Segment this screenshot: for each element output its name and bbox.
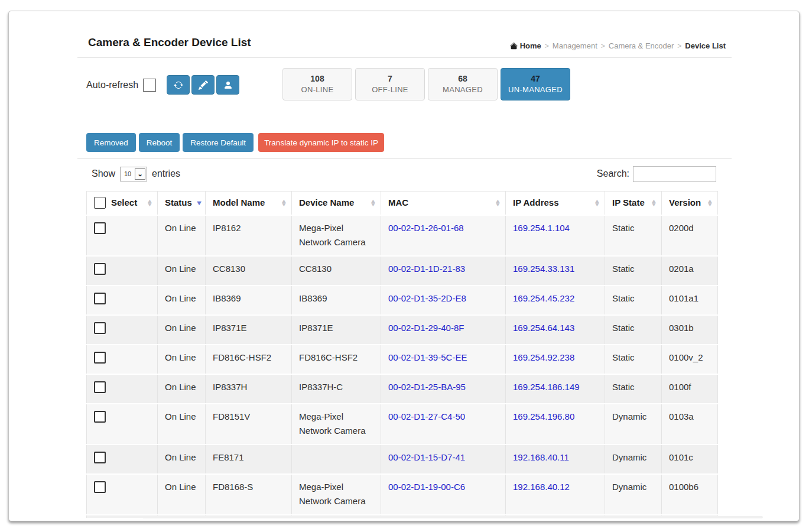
status-card-online[interactable]: 108 ON-LINE — [282, 68, 352, 100]
column-header-select[interactable]: Select▲▼ — [87, 192, 158, 216]
unmanaged-label: UN-MANAGED — [508, 85, 563, 95]
ip-state-cell: Static — [605, 374, 662, 404]
removed-button[interactable]: Removed — [86, 133, 136, 152]
mac-link[interactable]: 00-02-D1-1D-21-83 — [388, 264, 465, 274]
ip-address-link[interactable]: 192.168.40.12 — [513, 482, 570, 492]
column-header-mac[interactable]: MAC▲▼ — [381, 192, 506, 216]
version-cell: 0100v_2 — [662, 345, 718, 374]
status-cell: On Line — [158, 474, 206, 515]
model-name-cell: FD8168-S — [206, 474, 292, 515]
column-header-version[interactable]: Version▲▼ — [662, 192, 718, 216]
search-input[interactable] — [633, 166, 716, 182]
table-row: On Line IP8337H IP8337H-C 00-02-D1-25-BA… — [87, 374, 718, 404]
table-row: On Line IB8369 IB8369 00-02-D1-35-2D-E8 … — [87, 286, 718, 315]
ip-state-cell: Dynamic — [605, 474, 662, 515]
column-header-device-name[interactable]: Device Name▲▼ — [292, 192, 381, 216]
ip-address-link[interactable]: 169.254.33.131 — [513, 264, 574, 274]
breadcrumb-camera-encoder[interactable]: Camera & Encoder — [609, 41, 674, 50]
mac-link[interactable]: 00-02-D1-25-BA-95 — [388, 382, 466, 392]
ip-address-link[interactable]: 169.254.186.149 — [513, 382, 580, 392]
sort-desc-icon: ▼ — [191, 199, 203, 206]
mac-link[interactable]: 00-02-D1-26-01-68 — [388, 223, 464, 233]
device-name-cell — [292, 445, 381, 474]
reboot-button[interactable]: Reboot — [139, 133, 180, 152]
sort-both-icon: ▲▼ — [492, 199, 501, 206]
table-row: On Line FE8171 00-02-D1-15-D7-41 192.168… — [87, 445, 718, 474]
status-cell: On Line — [158, 315, 206, 345]
ip-address-link[interactable]: 169.254.1.104 — [513, 223, 570, 233]
breadcrumb-separator: > — [677, 42, 681, 50]
column-label: MAC — [388, 196, 408, 209]
mac-link[interactable]: 00-02-D1-27-C4-50 — [388, 411, 465, 421]
online-count: 108 — [310, 73, 324, 85]
status-cell: On Line — [158, 404, 206, 445]
restore-default-button[interactable]: Restore Default — [183, 133, 254, 152]
offline-label: OFF-LINE — [372, 85, 408, 95]
version-cell: 0101a1 — [662, 286, 718, 315]
mac-link[interactable]: 00-02-D1-15-D7-41 — [388, 452, 465, 462]
toolbar: Auto-refresh — [86, 69, 239, 101]
breadcrumb-separator: > — [601, 42, 605, 50]
status-cell: On Line — [158, 445, 206, 474]
row-checkbox[interactable] — [94, 481, 106, 493]
row-checkbox[interactable] — [94, 222, 106, 234]
refresh-icon — [174, 80, 183, 90]
column-label: Status — [165, 196, 192, 209]
ip-address-link[interactable]: 192.168.40.11 — [513, 452, 569, 462]
breadcrumb-home[interactable]: Home — [510, 41, 541, 50]
table-row: On Line FD816C-HSF2 FD816C-HSF2 00-02-D1… — [87, 345, 718, 374]
home-icon — [510, 42, 518, 50]
edit-button[interactable] — [191, 75, 215, 95]
auto-refresh-label: Auto-refresh — [86, 80, 138, 90]
status-card-offline[interactable]: 7 OFF-LINE — [355, 68, 425, 100]
version-cell: 0301b — [662, 315, 718, 345]
row-checkbox[interactable] — [94, 293, 106, 304]
row-checkbox[interactable] — [94, 352, 106, 364]
column-label: IP Address — [513, 196, 559, 209]
model-name-cell: FD8151V — [206, 404, 292, 445]
select-all-checkbox[interactable] — [94, 197, 106, 209]
mac-link[interactable]: 00-02-D1-19-00-C6 — [388, 482, 465, 492]
column-label: Version — [669, 196, 701, 209]
mac-link[interactable]: 00-02-D1-35-2D-E8 — [388, 293, 466, 303]
row-checkbox[interactable] — [94, 452, 106, 463]
column-label: IP State — [612, 196, 645, 209]
column-header-ip-address[interactable]: IP Address▲▼ — [506, 192, 605, 216]
status-card-unmanaged[interactable]: 47 UN-MANAGED — [501, 68, 570, 100]
column-header-status[interactable]: Status▼ — [158, 192, 206, 216]
mac-link[interactable]: 00-02-D1-29-40-8F — [388, 323, 464, 333]
row-checkbox[interactable] — [94, 381, 106, 393]
refresh-button[interactable] — [167, 75, 190, 95]
breadcrumb-management[interactable]: Management — [553, 41, 597, 50]
version-cell: 0103a — [662, 404, 718, 445]
ip-state-cell: Static — [605, 315, 662, 345]
status-card-managed[interactable]: 68 MANAGED — [428, 68, 498, 100]
row-checkbox[interactable] — [94, 263, 106, 275]
column-label: Select — [111, 196, 137, 209]
device-name-cell: Mega-Pixel Network Camera — [292, 215, 381, 256]
chevron-down-icon: ⌄ — [135, 168, 145, 180]
action-button-row: Removed Reboot Restore Default Translate… — [86, 133, 387, 152]
device-name-cell: Mega-Pixel Network Camera — [292, 474, 381, 515]
ip-address-link[interactable]: 169.254.45.232 — [513, 293, 574, 303]
row-checkbox[interactable] — [94, 322, 106, 334]
model-name-cell: IP8162 — [206, 215, 292, 256]
mac-link[interactable]: 00-02-D1-39-5C-EE — [388, 352, 467, 362]
sort-both-icon: ▲▼ — [367, 199, 376, 206]
ip-state-cell: Static — [605, 286, 662, 315]
page-size-value: 10 — [121, 170, 135, 177]
device-name-cell: FD816C-HSF2 — [292, 345, 381, 374]
ip-address-link[interactable]: 169.254.64.143 — [513, 323, 574, 333]
column-header-model-name[interactable]: Model Name▲▼ — [206, 192, 292, 216]
auto-refresh-checkbox[interactable] — [143, 79, 156, 92]
sort-both-icon: ▲▼ — [591, 199, 600, 206]
ip-state-cell: Static — [605, 215, 662, 256]
translate-ip-button[interactable]: Translate dynamic IP to static IP — [258, 133, 384, 152]
model-name-cell: IB8369 — [206, 286, 292, 315]
page-size-select[interactable]: 10 ⌄ — [120, 167, 147, 181]
column-header-ip-state[interactable]: IP State▲▼ — [605, 192, 662, 216]
row-checkbox[interactable] — [94, 411, 106, 423]
ip-address-link[interactable]: 169.254.92.238 — [513, 352, 574, 362]
user-button[interactable] — [216, 75, 239, 95]
ip-address-link[interactable]: 169.254.196.80 — [513, 411, 574, 421]
